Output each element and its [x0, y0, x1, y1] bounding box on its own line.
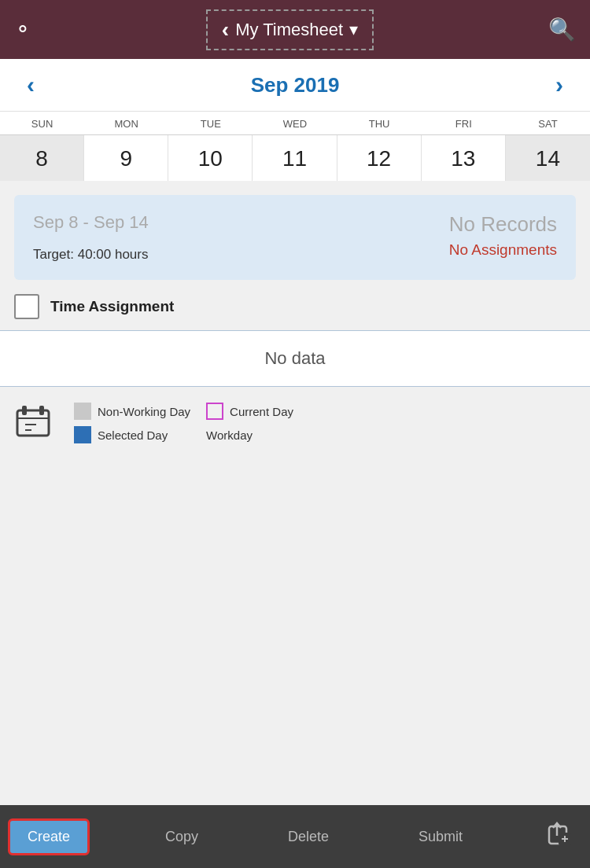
- calendar-days-header: SUN MON TUE WED THU FRI SAT: [0, 112, 590, 135]
- legend-workday: Workday: [206, 428, 576, 442]
- no-records-text: No Records: [449, 212, 557, 237]
- export-svg-icon: [548, 822, 573, 847]
- assignment-label: Time Assignment: [50, 298, 174, 315]
- next-month-button[interactable]: ›: [548, 72, 571, 98]
- legend-selected-day: Selected Day: [74, 426, 190, 443]
- page-title: My Timesheet: [235, 20, 343, 40]
- legend-non-working-day-label: Non-Working Day: [98, 405, 190, 418]
- legend-section: Non-Working Day Current Day Selected Day…: [0, 387, 590, 456]
- legend-non-working-day: Non-Working Day: [74, 403, 190, 420]
- week-target: Target: 40:00 hours: [33, 247, 149, 263]
- profile-icon[interactable]: ⚬: [14, 17, 31, 42]
- calendar-date-13[interactable]: 13: [422, 135, 506, 181]
- calendar-grid: SUN MON TUE WED THU FRI SAT 8 9 10 11 12…: [0, 112, 590, 181]
- calendar-date-9[interactable]: 9: [84, 135, 168, 181]
- no-data-text: No data: [264, 348, 325, 368]
- calendar-dates-row: 8 9 10 11 12 13 14: [0, 135, 590, 181]
- day-header-sun: SUN: [0, 112, 84, 134]
- calendar-date-8[interactable]: 8: [0, 135, 84, 181]
- timesheet-svg-icon: [14, 403, 52, 440]
- no-data-section: No data: [0, 330, 590, 387]
- calendar-date-11[interactable]: 11: [253, 135, 337, 181]
- legend-box-current-day: [206, 403, 223, 420]
- day-header-wed: WED: [253, 112, 337, 134]
- day-header-mon: MON: [84, 112, 168, 134]
- bottom-toolbar: Create Copy Delete Submit: [0, 805, 590, 868]
- assignment-checkbox[interactable]: [14, 294, 39, 319]
- prev-month-button[interactable]: ‹: [19, 72, 42, 98]
- legend-selected-day-label: Selected Day: [98, 428, 168, 442]
- day-header-fri: FRI: [422, 112, 506, 134]
- week-summary-right: No Records No Assignments: [449, 212, 557, 259]
- day-header-sat: SAT: [506, 112, 590, 134]
- svg-rect-0: [17, 410, 49, 436]
- legend-current-day-label: Current Day: [230, 405, 293, 418]
- create-button[interactable]: Create: [8, 818, 90, 855]
- legend-current-day: Current Day: [206, 403, 576, 420]
- legend-items: Non-Working Day Current Day Selected Day…: [74, 403, 576, 443]
- timesheet-icon: [14, 403, 52, 445]
- legend-box-gray: [74, 403, 91, 420]
- back-button[interactable]: ‹: [222, 17, 229, 42]
- assignment-header: Time Assignment: [14, 294, 576, 319]
- calendar-navigation: ‹ Sep 2019 ›: [0, 59, 590, 112]
- legend-workday-label: Workday: [206, 428, 253, 442]
- copy-button[interactable]: Copy: [151, 821, 212, 853]
- week-summary-card: Sep 8 - Sep 14 Target: 40:00 hours No Re…: [14, 195, 576, 280]
- calendar-date-12[interactable]: 12: [337, 135, 422, 181]
- no-assignments-text: No Assignments: [449, 241, 557, 259]
- title-bar: ‹ My Timesheet ▾: [206, 9, 374, 50]
- assignment-section: Time Assignment: [0, 280, 590, 319]
- day-header-thu: THU: [337, 112, 422, 134]
- delete-button[interactable]: Delete: [274, 821, 343, 853]
- dropdown-arrow[interactable]: ▾: [349, 20, 358, 40]
- app-header: ⚬ ‹ My Timesheet ▾ 🔍: [0, 0, 590, 59]
- calendar-date-14[interactable]: 14: [506, 135, 590, 181]
- svg-rect-2: [22, 406, 27, 415]
- export-icon[interactable]: [538, 814, 582, 860]
- week-summary-left: Sep 8 - Sep 14 Target: 40:00 hours: [33, 212, 149, 263]
- day-header-tue: TUE: [168, 112, 253, 134]
- search-icon[interactable]: 🔍: [548, 17, 576, 42]
- week-date-range: Sep 8 - Sep 14: [33, 212, 149, 233]
- current-month: Sep 2019: [251, 73, 340, 97]
- svg-rect-3: [39, 406, 44, 415]
- submit-button[interactable]: Submit: [404, 821, 477, 853]
- legend-box-blue: [74, 426, 91, 443]
- calendar-date-10[interactable]: 10: [168, 135, 253, 181]
